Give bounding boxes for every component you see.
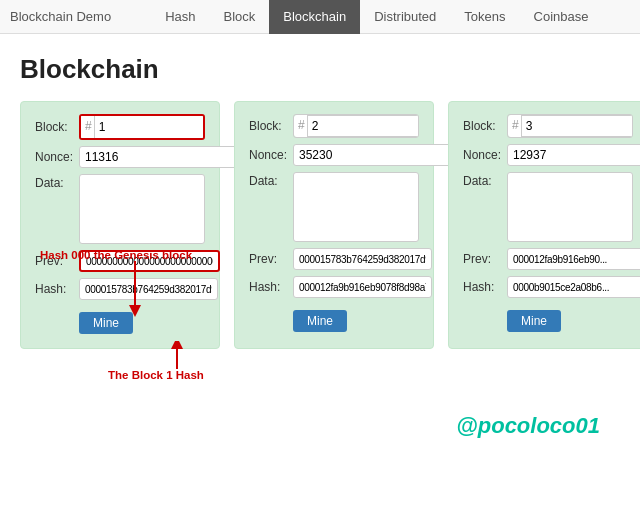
block-number-input-3[interactable] bbox=[522, 115, 633, 137]
nav-hash[interactable]: Hash bbox=[151, 0, 209, 34]
block-card-1: Block: # Nonce: Data: Prev: bbox=[20, 101, 220, 349]
nav-distributed[interactable]: Distributed bbox=[360, 0, 450, 34]
page-title: Blockchain bbox=[20, 54, 620, 85]
hash-prefix-3: # bbox=[508, 115, 522, 137]
block-number-input-1[interactable] bbox=[95, 116, 205, 138]
block-number-row-3: Block: # bbox=[463, 114, 633, 138]
watermark: @pocoloco01 bbox=[20, 413, 620, 439]
prev-input-3[interactable] bbox=[507, 248, 640, 270]
hash-row-2: Hash: bbox=[249, 276, 419, 298]
data-row-2: Data: bbox=[249, 172, 419, 242]
navbar: Blockchain Demo Hash Block Blockchain Di… bbox=[0, 0, 640, 34]
nav-blockchain[interactable]: Blockchain bbox=[269, 0, 360, 34]
nav-coinbase[interactable]: Coinbase bbox=[520, 0, 603, 34]
nonce-row-3: Nonce: bbox=[463, 144, 633, 166]
block-number-row-1: Block: # bbox=[35, 114, 205, 140]
hash-label-1: Hash: bbox=[35, 282, 79, 296]
hash-row-1: Hash: bbox=[35, 278, 205, 300]
data-row-1: Data: bbox=[35, 174, 205, 244]
prev-label-1: Prev: bbox=[35, 254, 79, 268]
hash-prefix-2: # bbox=[294, 115, 308, 137]
data-textarea-3[interactable] bbox=[507, 172, 633, 242]
data-row-3: Data: bbox=[463, 172, 633, 242]
block-card-3: Block: # Nonce: Data: Prev: bbox=[448, 101, 640, 349]
hash-row-3: Hash: bbox=[463, 276, 633, 298]
hash-label-2: Hash: bbox=[249, 280, 293, 294]
hash-input-1[interactable] bbox=[79, 278, 218, 300]
nonce-row-1: Nonce: bbox=[35, 146, 205, 168]
block-label-3: Block: bbox=[463, 119, 507, 133]
nav-links: Hash Block Blockchain Distributed Tokens… bbox=[151, 0, 602, 34]
block-num-wrapper-2: # bbox=[293, 114, 419, 138]
block-num-wrapper-1: # bbox=[79, 114, 205, 140]
prev-row-2: Prev: bbox=[249, 248, 419, 270]
nav-tokens[interactable]: Tokens bbox=[450, 0, 519, 34]
hash-input-2[interactable] bbox=[293, 276, 432, 298]
blocks-row: Block: # Nonce: Data: Prev: bbox=[20, 101, 620, 349]
main-content: Blockchain Block: # Nonce: Data: bbox=[0, 34, 640, 449]
nonce-label-3: Nonce: bbox=[463, 148, 507, 162]
nonce-row-2: Nonce: bbox=[249, 144, 419, 166]
nonce-input-3[interactable] bbox=[507, 144, 640, 166]
mine-button-1[interactable]: Mine bbox=[79, 312, 133, 334]
block-card-2: Block: # Nonce: Data: Prev: bbox=[234, 101, 434, 349]
block-number-row-2: Block: # bbox=[249, 114, 419, 138]
data-textarea-1[interactable] bbox=[79, 174, 205, 244]
prev-label-3: Prev: bbox=[463, 252, 507, 266]
nonce-label-2: Nonce: bbox=[249, 148, 293, 162]
block-num-wrapper-3: # bbox=[507, 114, 633, 138]
nonce-input-1[interactable] bbox=[79, 146, 241, 168]
data-label-1: Data: bbox=[35, 174, 79, 190]
hash-prefix-1: # bbox=[81, 116, 95, 138]
mine-button-2[interactable]: Mine bbox=[293, 310, 347, 332]
prev-row-3: Prev: bbox=[463, 248, 633, 270]
nav-block[interactable]: Block bbox=[210, 0, 270, 34]
hash-input-3[interactable] bbox=[507, 276, 640, 298]
prev-input-2[interactable] bbox=[293, 248, 432, 270]
nonce-label-1: Nonce: bbox=[35, 150, 79, 164]
hash-label-3: Hash: bbox=[463, 280, 507, 294]
nonce-input-2[interactable] bbox=[293, 144, 455, 166]
data-textarea-2[interactable] bbox=[293, 172, 419, 242]
block-label-1: Block: bbox=[35, 120, 79, 134]
mine-button-3[interactable]: Mine bbox=[507, 310, 561, 332]
data-label-2: Data: bbox=[249, 172, 293, 188]
prev-row-1: Prev: bbox=[35, 250, 205, 272]
block-label-2: Block: bbox=[249, 119, 293, 133]
nav-brand: Blockchain Demo bbox=[10, 9, 111, 24]
data-label-3: Data: bbox=[463, 172, 507, 188]
bottom-annotations: The Block 1 Hash bbox=[20, 349, 620, 405]
prev-label-2: Prev: bbox=[249, 252, 293, 266]
block1-hash-annotation: The Block 1 Hash bbox=[108, 369, 204, 381]
prev-input-1[interactable] bbox=[79, 250, 220, 272]
block-number-input-2[interactable] bbox=[308, 115, 419, 137]
